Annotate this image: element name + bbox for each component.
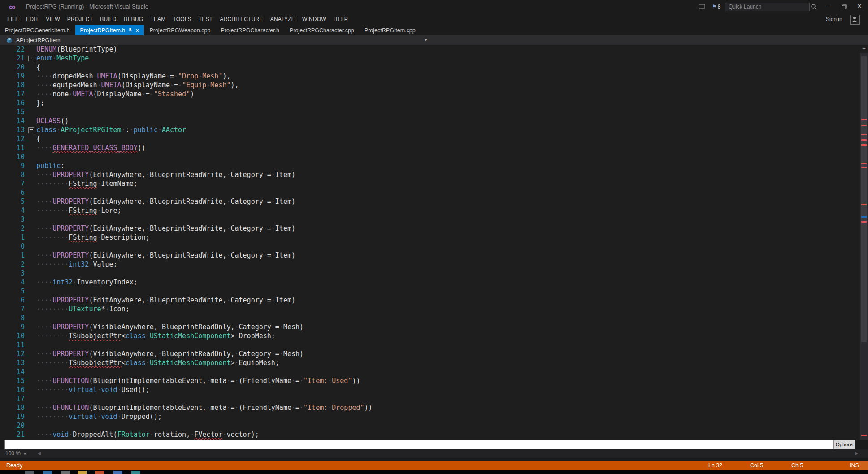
code-line[interactable]: 6····UPROPERTY(EditAnywhere,·BlueprintRe…	[0, 296, 860, 305]
sign-in-link[interactable]: Sign in	[826, 13, 842, 25]
quick-launch-input[interactable]: Quick Launch	[725, 3, 810, 11]
find-options-button[interactable]: Options	[833, 440, 855, 449]
code-line[interactable]: 16········virtual·void·Used();	[0, 385, 860, 394]
menu-item-tools[interactable]: TOOLS	[169, 13, 195, 25]
code-line[interactable]: 16};	[0, 99, 860, 108]
code-line[interactable]: 8····UPROPERTY(EditAnywhere,·BlueprintRe…	[0, 170, 860, 179]
minimize-button[interactable]: –	[822, 0, 836, 13]
menu-item-window[interactable]: WINDOW	[299, 13, 330, 25]
code-line[interactable]: 15	[0, 108, 860, 116]
notifications-flag-icon[interactable]: ⚑8	[712, 0, 720, 13]
code-line[interactable]: 5	[0, 287, 860, 296]
line-number: 8	[0, 314, 25, 323]
menu-item-file[interactable]: FILE	[4, 13, 22, 25]
chevron-down-icon[interactable]: ▼	[424, 35, 428, 45]
taskbar-app-icon[interactable]	[95, 471, 104, 474]
search-icon[interactable]	[811, 4, 817, 12]
tab-ProjectRPGItem.cpp[interactable]: ProjectRPGItem.cpp	[360, 25, 421, 35]
code-line[interactable]: 20{	[0, 63, 860, 72]
split-editor-icon[interactable]: +	[860, 46, 868, 52]
code-line[interactable]: 14UCLASS()	[0, 116, 860, 125]
code-line[interactable]: 14	[0, 367, 860, 376]
find-input[interactable]: Options	[4, 440, 855, 449]
menu-item-analyze[interactable]: ANALYZE	[267, 13, 299, 25]
code-line[interactable]: 7········FString·ItemName;	[0, 179, 860, 188]
user-avatar-icon[interactable]	[850, 15, 860, 25]
close-window-button[interactable]: ×	[853, 0, 866, 13]
code-line[interactable]: 10	[0, 152, 860, 161]
code-line[interactable]: 5····UPROPERTY(EditAnywhere,·BlueprintRe…	[0, 197, 860, 206]
code-line[interactable]: 11	[0, 340, 860, 349]
code-line[interactable]: 10········TSubobjectPtr<class·UStaticMes…	[0, 332, 860, 340]
menu-item-team[interactable]: TEAM	[147, 13, 169, 25]
restore-button[interactable]	[838, 0, 851, 14]
pin-icon[interactable]	[128, 28, 132, 33]
code-line[interactable]: 12····UPROPERTY(VisibleAnywhere,·Bluepri…	[0, 349, 860, 358]
menu-item-debug[interactable]: DEBUG	[120, 13, 147, 25]
feedback-monitor-icon[interactable]	[699, 4, 705, 12]
taskbar-app-icon[interactable]	[131, 471, 140, 474]
code-line[interactable]: 18····UFUNCTION(BlueprintImplementableEv…	[0, 403, 860, 412]
code-line[interactable]: 1········FString·Description;	[0, 233, 860, 242]
tab-ProjectRPGCharacter.h[interactable]: ProjectRPGCharacter.h	[216, 25, 284, 35]
tab-ProjectRPGGenericItem.h[interactable]: ProjectRPGGenericItem.h	[0, 25, 75, 35]
code-line[interactable]: 2········int32·Value;	[0, 260, 860, 269]
code-line[interactable]: 18····equipedMesh·UMETA(DisplayName·=·"E…	[0, 81, 860, 90]
scroll-left-arrow[interactable]: ◀	[38, 449, 41, 458]
code-line[interactable]: 20	[0, 421, 860, 430]
code-editor[interactable]: 22UENUM(BlueprintType)21enum·MeshType20{…	[0, 45, 868, 440]
code-line[interactable]: 11····GENERATED_UCLASS_BODY()	[0, 143, 860, 152]
code-line[interactable]: 9public:	[0, 161, 860, 170]
menu-item-view[interactable]: VIEW	[42, 13, 63, 25]
taskbar-app-icon[interactable]	[61, 471, 70, 474]
tab-ProjectRPGWeapon.cpp[interactable]: ProjectRPGWeapon.cpp	[144, 25, 215, 35]
code-line[interactable]: 8	[0, 314, 860, 323]
code-text: ····UPROPERTY(VisibleAnywhere,·Blueprint…	[36, 349, 860, 358]
code-line[interactable]: 19········virtual·void·Dropped();	[0, 412, 860, 421]
code-line[interactable]: 2····UPROPERTY(EditAnywhere,·BlueprintRe…	[0, 224, 860, 233]
code-line[interactable]: 4····int32·InventoryIndex;	[0, 278, 860, 287]
code-line[interactable]: 4········FString·Lore;	[0, 206, 860, 215]
vertical-scrollbar[interactable]	[860, 53, 868, 440]
fold-collapse-box[interactable]	[25, 54, 36, 63]
taskbar-app-icon[interactable]	[43, 471, 52, 474]
scrollbar-thumb[interactable]	[861, 56, 867, 342]
code-line[interactable]: 9····UPROPERTY(VisibleAnywhere,·Blueprin…	[0, 323, 860, 332]
windows-taskbar[interactable]	[0, 470, 868, 474]
type-dropdown[interactable]: AProjectRPGItem ▼	[0, 35, 432, 45]
menu-item-build[interactable]: BUILD	[96, 13, 120, 25]
zoom-level-dropdown[interactable]: 100 %▼	[5, 449, 26, 458]
code-line[interactable]: 13class·AProjectRPGItem·:·public·AActor	[0, 125, 860, 134]
menu-item-help[interactable]: HELP	[330, 13, 352, 25]
code-line[interactable]: 0	[0, 242, 860, 251]
code-line[interactable]: 3	[0, 269, 860, 278]
code-line[interactable]: 17····none·UMETA(DisplayName·=·"Stashed"…	[0, 90, 860, 99]
code-line[interactable]: 19····dropedMesh·UMETA(DisplayName·=·"Dr…	[0, 72, 860, 81]
menu-item-test[interactable]: TEST	[195, 13, 216, 25]
fold-column	[25, 81, 36, 90]
menu-item-project[interactable]: PROJECT	[64, 13, 96, 25]
status-character-number: Ch 5	[791, 461, 803, 470]
tab-ProjectRPGItem.h[interactable]: ProjectRPGItem.h×	[75, 25, 144, 35]
code-area[interactable]: 22UENUM(BlueprintType)21enum·MeshType20{…	[0, 45, 860, 440]
menu-item-edit[interactable]: EDIT	[22, 13, 42, 25]
taskbar-app-icon[interactable]	[78, 471, 87, 474]
taskbar-app-icon[interactable]	[25, 471, 34, 474]
code-line[interactable]: 7········UTexture*·Icon;	[0, 305, 860, 314]
close-icon[interactable]: ×	[135, 27, 139, 34]
code-line[interactable]: 12{	[0, 134, 860, 143]
code-line[interactable]: 1····UPROPERTY(EditAnywhere,·BlueprintRe…	[0, 251, 860, 260]
taskbar-app-icon[interactable]	[113, 471, 122, 474]
tab-ProjectRPGCharacter.cpp[interactable]: ProjectRPGCharacter.cpp	[285, 25, 359, 35]
menu-item-architecture[interactable]: ARCHITECTURE	[216, 13, 266, 25]
fold-collapse-box[interactable]	[25, 125, 36, 134]
code-line[interactable]: 13········TSubobjectPtr<class·UStaticMes…	[0, 358, 860, 367]
code-line[interactable]: 6	[0, 188, 860, 197]
code-line[interactable]: 21····void·DroppedAlt(FRotator·rotation,…	[0, 430, 860, 439]
code-line[interactable]: 21enum·MeshType	[0, 54, 860, 63]
code-line[interactable]: 3	[0, 215, 860, 224]
code-line[interactable]: 22UENUM(BlueprintType)	[0, 45, 860, 54]
code-line[interactable]: 17	[0, 394, 860, 403]
code-line[interactable]: 15····UFUNCTION(BlueprintImplementableEv…	[0, 376, 860, 385]
scroll-right-arrow[interactable]: ▶	[855, 449, 858, 458]
